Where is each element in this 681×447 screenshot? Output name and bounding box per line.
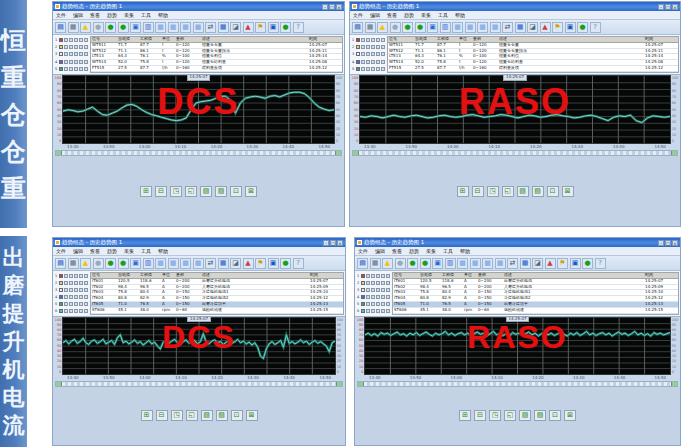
page-prev-icon[interactable]: ⊟ — [156, 410, 168, 421]
split-icon[interactable]: ◪ — [230, 258, 241, 269]
pan-right-icon[interactable]: ▧ — [215, 186, 227, 197]
start-icon[interactable]: ● — [105, 258, 116, 269]
close-icon[interactable]: × — [336, 4, 342, 10]
menu-item[interactable]: 采集 — [124, 11, 134, 20]
window-titlebar[interactable]: 趋势组态 - 历史趋势图 1－□× — [355, 238, 680, 247]
pen-option-button[interactable] — [64, 302, 69, 306]
pen-option-button[interactable] — [376, 274, 381, 278]
pen-option-button[interactable] — [376, 60, 381, 64]
save-icon[interactable]: ▣ — [427, 22, 438, 33]
run-icon[interactable]: ● — [280, 258, 291, 269]
page-prev-icon[interactable]: ⊟ — [472, 186, 484, 197]
pen-color-swatch[interactable] — [59, 281, 64, 285]
pen-option-button[interactable] — [64, 60, 69, 64]
pen-option-button[interactable] — [371, 309, 376, 313]
marker-icon[interactable]: ▲ — [540, 22, 551, 33]
help-icon[interactable]: ? — [595, 258, 606, 269]
pen-option-button[interactable] — [84, 295, 89, 299]
pen-option-button[interactable] — [381, 67, 386, 71]
table-row[interactable]: ST60645.148.0rpm0~60选粉机转速14:25:15 — [91, 308, 343, 314]
pen-option-button[interactable] — [84, 60, 89, 64]
flag-icon[interactable]: ⚑ — [255, 22, 266, 33]
start-icon[interactable]: ● — [105, 22, 116, 33]
print-icon[interactable]: ⊠ — [245, 186, 257, 197]
pen-option-button[interactable] — [371, 38, 376, 42]
info-icon[interactable]: ● — [395, 258, 406, 269]
copy-icon[interactable]: ▥ — [445, 258, 456, 269]
menu-item[interactable]: 编辑 — [370, 11, 380, 20]
pen-option-button[interactable] — [371, 302, 376, 306]
pen-option-button[interactable] — [371, 60, 376, 64]
pen-option-button[interactable] — [381, 302, 386, 306]
pen-option-button[interactable] — [386, 302, 391, 306]
pane2-icon[interactable]: ■ — [168, 22, 179, 33]
zoom-in-icon[interactable]: ◳ — [171, 410, 183, 421]
pen-color-swatch[interactable] — [59, 38, 64, 42]
menu-item[interactable]: 采集 — [426, 247, 436, 256]
zoom-in-icon[interactable]: ◳ — [170, 186, 182, 197]
pen-color-swatch[interactable] — [59, 274, 64, 278]
start-icon[interactable]: ● — [402, 22, 413, 33]
menu-item[interactable]: 工具 — [141, 11, 151, 20]
grid-icon[interactable]: ▦ — [370, 258, 381, 269]
pen-option-button[interactable] — [371, 295, 376, 299]
menu-item[interactable]: 帮助 — [455, 11, 465, 20]
pen-color-swatch[interactable] — [59, 309, 64, 313]
pen-option-button[interactable] — [371, 45, 376, 49]
pen-option-button[interactable] — [64, 288, 69, 292]
table-icon[interactable]: ▦ — [520, 258, 531, 269]
scroll-left-button[interactable] — [56, 151, 62, 155]
pen-color-swatch[interactable] — [59, 288, 64, 292]
resume-icon[interactable]: ● — [118, 22, 129, 33]
page-first-icon[interactable]: ⊞ — [140, 186, 152, 197]
menu-item[interactable]: 趋势 — [107, 247, 117, 256]
pen-option-button[interactable] — [376, 45, 381, 49]
pane4-icon[interactable]: ■ — [490, 22, 501, 33]
pen-color-swatch[interactable] — [361, 274, 366, 278]
scroll-right-button[interactable] — [335, 151, 341, 155]
pen-color-swatch[interactable] — [356, 67, 361, 71]
pen-option-button[interactable] — [386, 309, 391, 313]
pen-option-button[interactable] — [386, 288, 391, 292]
pen-option-button[interactable] — [84, 45, 89, 49]
pen-option-button[interactable] — [74, 38, 79, 42]
pen-option-button[interactable] — [79, 274, 84, 278]
pen-option-button[interactable] — [79, 60, 84, 64]
pan-left-icon[interactable]: ▨ — [517, 186, 529, 197]
pen-option-button[interactable] — [79, 288, 84, 292]
pen-option-button[interactable] — [366, 67, 371, 71]
pane3-icon[interactable]: ■ — [482, 258, 493, 269]
save-icon[interactable]: ▣ — [130, 258, 141, 269]
save-icon[interactable]: ▣ — [432, 258, 443, 269]
pane1-icon[interactable]: ■ — [457, 258, 468, 269]
pane2-icon[interactable]: ■ — [465, 22, 476, 33]
run-icon[interactable]: ● — [582, 258, 593, 269]
alarm-icon[interactable]: ▲ — [80, 22, 91, 33]
split-icon[interactable]: ◪ — [230, 22, 241, 33]
scroll-right-button[interactable] — [336, 382, 342, 386]
page-first-icon[interactable]: ⊞ — [457, 186, 469, 197]
pen-option-button[interactable] — [84, 274, 89, 278]
pen-option-button[interactable] — [84, 302, 89, 306]
start-icon[interactable]: ● — [407, 258, 418, 269]
pen-option-button[interactable] — [371, 274, 376, 278]
menu-item[interactable]: 帮助 — [460, 247, 470, 256]
pen-option-button[interactable] — [69, 302, 74, 306]
pen-option-button[interactable] — [84, 288, 89, 292]
pane1-icon[interactable]: ■ — [155, 22, 166, 33]
pen-color-swatch[interactable] — [356, 38, 361, 42]
pen-option-button[interactable] — [79, 302, 84, 306]
maximize-icon[interactable]: □ — [665, 240, 671, 246]
pane4-icon[interactable]: ■ — [193, 22, 204, 33]
menu-item[interactable]: 采集 — [421, 11, 431, 20]
zoom-icon[interactable]: ▣ — [268, 22, 279, 33]
help-icon[interactable]: ? — [293, 258, 304, 269]
scroll-left-button[interactable] — [358, 382, 364, 386]
pan-left-icon[interactable]: ▨ — [519, 410, 531, 421]
pan-right-icon[interactable]: ▧ — [532, 186, 544, 197]
pen-option-button[interactable] — [381, 60, 386, 64]
pen-option-button[interactable] — [381, 288, 386, 292]
menu-item[interactable]: 工具 — [443, 247, 453, 256]
pen-option-button[interactable] — [381, 274, 386, 278]
maximize-icon[interactable]: □ — [329, 4, 335, 10]
